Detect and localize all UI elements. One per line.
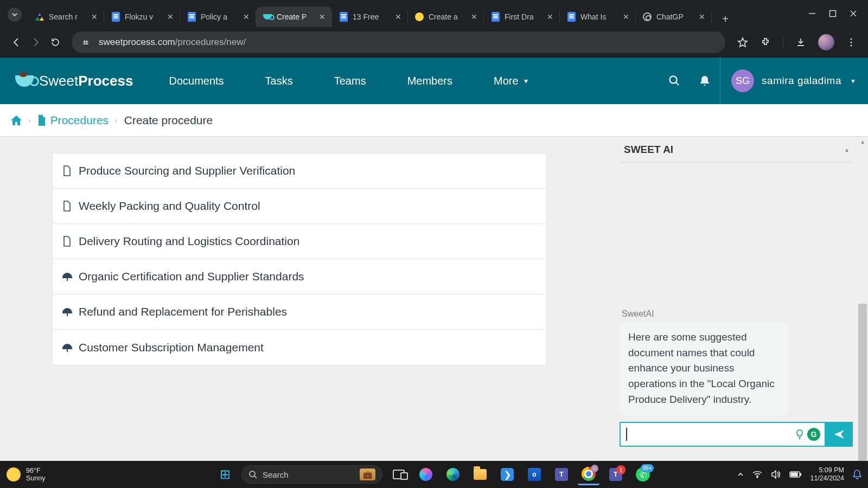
- tab-policy[interactable]: Policy a ✕: [180, 7, 256, 27]
- suggestion-list: Produce Sourcing and Supplier Verificati…: [52, 153, 547, 365]
- list-item-label: Customer Subscription Management: [79, 341, 264, 354]
- breadcrumb-procedures-link[interactable]: Procedures: [37, 114, 108, 127]
- toolbar-separator: [783, 36, 783, 49]
- browser-toolbar: sweetprocess.com/procedures/new/: [0, 27, 868, 57]
- taskbar-clock[interactable]: 5:09 PM 11/24/2024: [810, 466, 844, 483]
- tab-create-a[interactable]: Create a ✕: [408, 7, 484, 27]
- close-icon[interactable]: ✕: [395, 12, 401, 21]
- tab-what-is[interactable]: What Is ✕: [560, 7, 636, 27]
- close-icon[interactable]: ✕: [471, 12, 477, 21]
- copilot-button[interactable]: [415, 464, 437, 485]
- close-icon[interactable]: ✕: [167, 12, 174, 21]
- list-item[interactable]: Weekly Packing and Quality Control: [53, 189, 546, 224]
- battery-icon[interactable]: [789, 471, 801, 478]
- reload-button[interactable]: [46, 33, 65, 52]
- close-icon[interactable]: ✕: [547, 12, 553, 21]
- ai-send-button[interactable]: [826, 422, 853, 447]
- tab-label: Create a: [429, 12, 468, 21]
- app-bird-button[interactable]: ❯: [496, 464, 518, 485]
- google-docs-icon: [339, 12, 348, 22]
- nav-tasks[interactable]: Tasks: [245, 57, 314, 104]
- site-info-icon[interactable]: [80, 37, 91, 48]
- notifications-button[interactable]: [690, 57, 720, 104]
- tab-strip: Search r ✕ Flokzu v ✕ Policy a ✕ Create …: [0, 0, 868, 27]
- header-search-button[interactable]: [659, 57, 690, 104]
- start-button[interactable]: ⊞: [214, 464, 236, 485]
- list-item[interactable]: Produce Sourcing and Supplier Verificati…: [53, 153, 546, 189]
- window-maximize-button[interactable]: [829, 10, 837, 17]
- chevron-down-icon: ▾: [851, 76, 855, 85]
- user-menu[interactable]: SG samira galadima ▾: [720, 57, 868, 104]
- google-docs-icon: [111, 12, 120, 22]
- tab-list-dropdown-button[interactable]: [8, 8, 22, 22]
- sun-icon: [7, 467, 21, 481]
- ai-message-bubble: Here are some suggested document names t…: [620, 322, 788, 415]
- document-icon: [62, 236, 73, 247]
- tab-create-procedure[interactable]: Create P ✕: [256, 7, 332, 27]
- wifi-icon[interactable]: [752, 471, 762, 478]
- downloads-icon[interactable]: [795, 37, 806, 48]
- tab-flokzu[interactable]: Flokzu v ✕: [104, 7, 180, 27]
- close-icon[interactable]: ✕: [243, 12, 250, 21]
- teams-button[interactable]: T: [551, 464, 572, 485]
- content-area: Produce Sourcing and Supplier Verificati…: [0, 137, 868, 461]
- close-icon[interactable]: ✕: [699, 12, 705, 21]
- browser-profile-avatar[interactable]: [818, 34, 834, 50]
- collapse-up-icon[interactable]: ▴: [845, 146, 848, 153]
- edge-button[interactable]: [442, 464, 464, 485]
- nav-members[interactable]: Members: [387, 57, 473, 104]
- bookmark-star-icon[interactable]: [737, 37, 748, 48]
- scrollbar-thumb[interactable]: [858, 304, 867, 483]
- nav-documents[interactable]: Documents: [148, 57, 244, 104]
- whatsapp-button[interactable]: ✆ 99+: [632, 464, 654, 485]
- cup-icon: [15, 75, 34, 87]
- volume-icon[interactable]: [771, 470, 781, 479]
- taskbar-search[interactable]: Search 💼: [241, 465, 382, 484]
- tab-label: Search r: [49, 12, 88, 21]
- avatar: SG: [731, 69, 754, 92]
- close-icon[interactable]: ✕: [91, 12, 98, 21]
- nav-more[interactable]: More ▾: [473, 57, 548, 104]
- home-icon[interactable]: [11, 115, 22, 125]
- browser-menu-button[interactable]: [846, 37, 856, 47]
- list-item[interactable]: Delivery Routing and Logistics Coordinat…: [53, 224, 546, 259]
- ai-chat-input[interactable]: G: [620, 422, 826, 447]
- list-item-label: Weekly Packing and Quality Control: [79, 200, 260, 213]
- forward-button[interactable]: [26, 33, 46, 52]
- list-item-label: Organic Certification and Supplier Stand…: [79, 270, 304, 283]
- outlook-button[interactable]: o: [524, 464, 545, 485]
- window-minimize-button[interactable]: [808, 10, 816, 17]
- tab-label: 13 Free: [353, 12, 392, 21]
- chevron-down-icon: ▾: [524, 76, 528, 85]
- window-close-button[interactable]: [850, 10, 857, 17]
- teams-chat-button[interactable]: T 1: [605, 464, 627, 485]
- list-item[interactable]: Customer Subscription Management: [53, 330, 546, 365]
- close-icon[interactable]: ✕: [623, 12, 629, 21]
- task-view-button[interactable]: [388, 464, 410, 485]
- new-tab-button[interactable]: +: [717, 11, 733, 27]
- grammarly-icon[interactable]: G: [807, 428, 820, 441]
- main-nav: Documents Tasks Teams Members More ▾: [148, 57, 548, 104]
- list-item[interactable]: Refund and Replacement for Perishables: [53, 294, 546, 330]
- close-icon[interactable]: ✕: [319, 12, 326, 21]
- tab-label: Policy a: [201, 12, 240, 21]
- tab-first-draft[interactable]: First Dra ✕: [484, 7, 560, 27]
- file-explorer-button[interactable]: [469, 464, 491, 485]
- list-item[interactable]: Organic Certification and Supplier Stand…: [53, 259, 546, 294]
- extensions-icon[interactable]: [760, 37, 771, 48]
- chrome-button[interactable]: [578, 464, 599, 485]
- weather-widget[interactable]: 96°F Sunny: [7, 467, 45, 483]
- nav-teams[interactable]: Teams: [314, 57, 387, 104]
- lightbulb-icon[interactable]: [794, 429, 805, 440]
- page-scrollbar[interactable]: ▴: [857, 137, 868, 461]
- address-bar[interactable]: sweetprocess.com/procedures/new/: [72, 31, 725, 53]
- sweetprocess-logo[interactable]: SweetProcess: [0, 57, 148, 104]
- tab-chatgpt[interactable]: ChatGP ✕: [636, 7, 712, 27]
- tray-overflow-icon[interactable]: [737, 471, 744, 478]
- scroll-up-arrow-icon[interactable]: ▴: [857, 138, 868, 145]
- back-button[interactable]: [7, 33, 26, 52]
- tab-13-free[interactable]: 13 Free ✕: [332, 7, 408, 27]
- sweetprocess-icon: [263, 12, 272, 22]
- tab-search-results[interactable]: Search r ✕: [28, 7, 104, 27]
- notification-center-icon[interactable]: [853, 470, 861, 479]
